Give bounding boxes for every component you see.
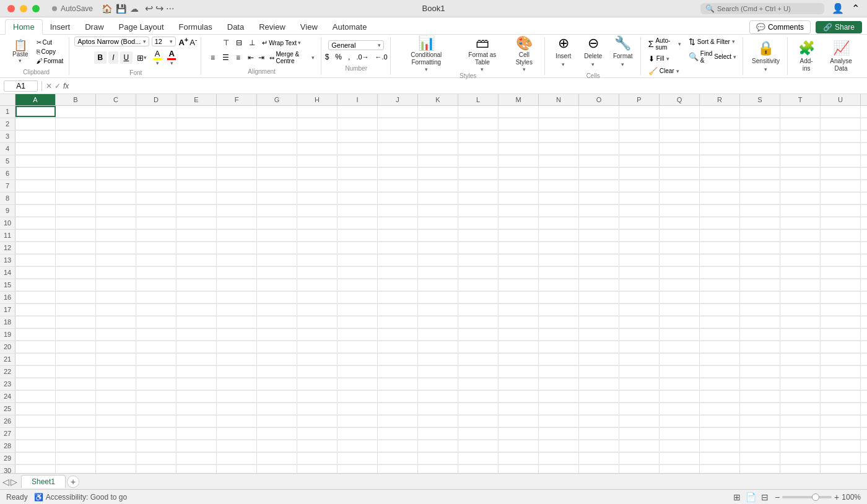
cell-P11[interactable] <box>619 230 660 241</box>
cell-N13[interactable] <box>539 254 579 266</box>
cell-Q1[interactable] <box>660 106 700 117</box>
cell-S11[interactable] <box>740 230 780 241</box>
zoom-slider[interactable] <box>782 496 832 498</box>
cell-R29[interactable] <box>700 453 740 464</box>
cell-A14[interactable] <box>15 267 56 278</box>
row-number-7[interactable]: 7 <box>0 180 15 192</box>
cell-H9[interactable] <box>297 205 338 216</box>
conditional-formatting-button[interactable]: 📊 Conditional Formatting ▾ <box>396 33 457 70</box>
cell-B28[interactable] <box>56 440 96 451</box>
cell-J23[interactable] <box>378 378 418 389</box>
cell-N5[interactable] <box>539 155 579 167</box>
merge-center-button[interactable]: ⇔ Merge & Centre ▾ <box>267 50 316 66</box>
cell-H5[interactable] <box>297 155 338 167</box>
cell-N1[interactable] <box>539 106 579 117</box>
row-number-9[interactable]: 9 <box>0 205 15 217</box>
cell-V16[interactable] <box>861 292 867 303</box>
cell-V10[interactable] <box>861 217 867 228</box>
cell-C25[interactable] <box>96 403 136 414</box>
cell-I5[interactable] <box>338 155 378 167</box>
cell-B10[interactable] <box>56 217 96 228</box>
cell-G4[interactable] <box>257 143 297 154</box>
cell-G30[interactable] <box>257 465 297 473</box>
cell-O12[interactable] <box>579 242 619 253</box>
cell-Q10[interactable] <box>660 217 700 228</box>
cell-L19[interactable] <box>458 329 499 340</box>
cell-O16[interactable] <box>579 292 619 303</box>
row-number-24[interactable]: 24 <box>0 391 15 402</box>
cell-N12[interactable] <box>539 242 579 253</box>
row-number-11[interactable]: 11 <box>0 230 15 241</box>
cell-V18[interactable] <box>861 316 867 328</box>
cell-H11[interactable] <box>297 230 338 241</box>
col-header-E[interactable]: E <box>176 94 217 105</box>
cell-R10[interactable] <box>700 217 740 228</box>
cell-U21[interactable] <box>821 354 861 365</box>
col-header-M[interactable]: M <box>499 94 539 105</box>
cell-S13[interactable] <box>740 254 780 266</box>
cell-D2[interactable] <box>136 118 176 129</box>
cell-N2[interactable] <box>539 118 579 129</box>
cell-P7[interactable] <box>619 180 660 191</box>
font-family-dropdown[interactable]: Aptos Narrow (Bod... ▾ <box>74 37 149 46</box>
cell-F7[interactable] <box>217 180 257 191</box>
cell-H19[interactable] <box>297 329 338 340</box>
cell-O17[interactable] <box>579 304 619 315</box>
cell-G11[interactable] <box>257 230 297 241</box>
cell-E8[interactable] <box>176 193 217 204</box>
cell-O27[interactable] <box>579 428 619 439</box>
cell-R22[interactable] <box>700 366 740 377</box>
tab-view[interactable]: View <box>293 20 325 34</box>
cell-H23[interactable] <box>297 378 338 389</box>
cell-L21[interactable] <box>458 354 499 365</box>
cell-H12[interactable] <box>297 242 338 253</box>
cell-I28[interactable] <box>338 440 378 451</box>
maximize-button[interactable] <box>32 5 40 12</box>
cell-M9[interactable] <box>499 205 539 216</box>
cell-O3[interactable] <box>579 131 619 142</box>
cell-O2[interactable] <box>579 118 619 129</box>
row-number-23[interactable]: 23 <box>0 378 15 390</box>
cell-J6[interactable] <box>378 168 418 179</box>
cell-F4[interactable] <box>217 143 257 154</box>
cell-P14[interactable] <box>619 267 660 278</box>
comments-button[interactable]: 💬 Comments <box>749 20 811 34</box>
cell-V26[interactable] <box>861 415 867 427</box>
cell-A11[interactable] <box>15 230 56 241</box>
cell-N23[interactable] <box>539 378 579 389</box>
cell-J18[interactable] <box>378 316 418 328</box>
cell-P9[interactable] <box>619 205 660 216</box>
cell-G26[interactable] <box>257 415 297 427</box>
delete-button[interactable]: ⊖ Delete ▾ <box>580 33 607 70</box>
cell-D5[interactable] <box>136 155 176 167</box>
cell-D16[interactable] <box>136 292 176 303</box>
cell-M24[interactable] <box>499 391 539 402</box>
cell-V11[interactable] <box>861 230 867 241</box>
cell-T29[interactable] <box>780 453 821 464</box>
cell-B11[interactable] <box>56 230 96 241</box>
cell-C15[interactable] <box>96 279 136 290</box>
cell-R2[interactable] <box>700 118 740 129</box>
align-right-button[interactable]: ≡ <box>232 52 245 63</box>
cell-V29[interactable] <box>861 453 867 464</box>
align-left-button[interactable]: ≡ <box>206 52 219 63</box>
cell-P15[interactable] <box>619 279 660 290</box>
cell-D8[interactable] <box>136 193 176 204</box>
cell-Q14[interactable] <box>660 267 700 278</box>
undo-button[interactable]: ↩ <box>145 2 153 14</box>
cell-N7[interactable] <box>539 180 579 191</box>
cell-D17[interactable] <box>136 304 176 315</box>
cell-T11[interactable] <box>780 230 821 241</box>
cell-H8[interactable] <box>297 193 338 204</box>
cell-J20[interactable] <box>378 341 418 352</box>
cell-G24[interactable] <box>257 391 297 402</box>
col-header-P[interactable]: P <box>619 94 660 105</box>
cell-D15[interactable] <box>136 279 176 290</box>
cell-G25[interactable] <box>257 403 297 414</box>
cell-E3[interactable] <box>176 131 217 142</box>
cell-K11[interactable] <box>418 230 458 241</box>
cell-R17[interactable] <box>700 304 740 315</box>
cell-N10[interactable] <box>539 217 579 228</box>
close-button[interactable] <box>7 5 15 12</box>
cell-M27[interactable] <box>499 428 539 439</box>
